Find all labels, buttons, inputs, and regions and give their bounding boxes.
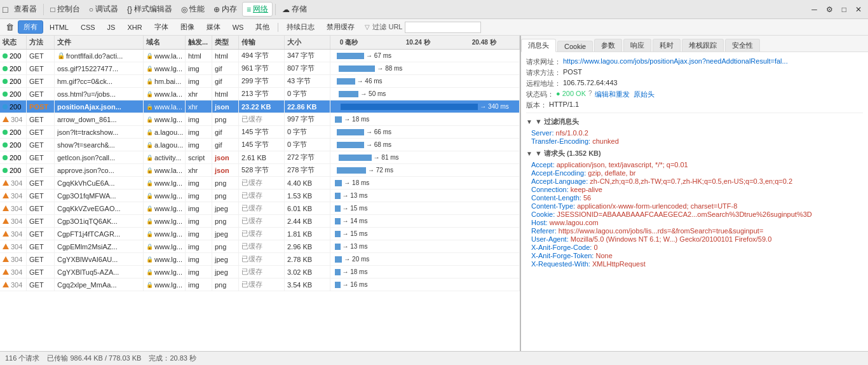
table-row[interactable]: 304GETCgYXBlTuq5-AZA...🔒www.lg...imgjpeg…	[0, 266, 520, 279]
toolbar: □ 查看器 □ 控制台 ○ 调试器 {} 样式编辑器 ◎ 性能 ⊕ 内存 ≡ 网…	[0, 0, 868, 19]
table-row[interactable]: 304GETCgp3O1fqMFWA...🔒www.lg...imgpng已缓存…	[0, 189, 520, 202]
request-url-value[interactable]: https://www.lagou.com/jobs/positionAjax.…	[563, 57, 788, 67]
table-row[interactable]: 200GEToss.html?u=/jobs...🔒www.la...xhrht…	[0, 88, 520, 100]
toolbar-item-style-editor[interactable]: {} 样式编辑器	[123, 3, 176, 16]
col-header-trigger[interactable]: 触发...	[186, 36, 212, 49]
window-settings-button[interactable]: ⚙	[822, 4, 837, 15]
edit-resend-button[interactable]: 编辑和重发	[595, 90, 630, 99]
right-tab-消息头[interactable]: 消息头	[521, 39, 556, 52]
filter-tab-other[interactable]: 其他	[250, 20, 275, 34]
filter-url-funnel-icon: ▽	[365, 24, 370, 31]
toolbar-item-performance[interactable]: ◎ 性能	[177, 3, 208, 16]
waterfall-bar	[337, 129, 364, 135]
timeline-marker-end: 20.48 秒	[472, 38, 496, 47]
cell-size: 1.81 KB	[285, 228, 330, 240]
table-row[interactable]: 200GETjson?lt=trackshow...🔒a.lagou...img…	[0, 126, 520, 139]
cell-status: 200	[0, 88, 27, 100]
waterfall-label: → 72 ms	[368, 167, 393, 174]
col-header-transfer[interactable]: 传输	[239, 36, 285, 49]
table-row[interactable]: 304GETCgpEMlm2MsiAZ...🔒www.lg...imgpng已缓…	[0, 240, 520, 253]
request-method-value: POST	[563, 68, 582, 78]
col-header-size[interactable]: 大小	[285, 36, 330, 49]
window-maximize-button[interactable]: □	[838, 4, 850, 15]
method-text: GET	[29, 141, 44, 149]
status-code-text: 200	[10, 90, 21, 98]
domain-text: www.lg...	[154, 217, 182, 225]
toolbar-item-storage[interactable]: ☁ 存储	[278, 3, 311, 16]
window-minimize-button[interactable]: ─	[808, 4, 821, 15]
cell-type: json	[212, 164, 239, 176]
filter-url-input[interactable]	[405, 22, 481, 33]
toolbar-item-memory[interactable]: ⊕ 内存	[210, 3, 241, 16]
cell-size: 0 字节	[285, 88, 330, 100]
table-row[interactable]: 200POSTpositionAjax.json...🔒www.la...xhr…	[0, 100, 520, 113]
right-tab-耗时[interactable]: 耗时	[653, 39, 681, 52]
col-header-timeline[interactable]: 0 毫秒 10.24 秒 20.48 秒	[330, 36, 520, 49]
request-headers-toggle[interactable]: ▼▼ 请求头 (1.352 KB)	[526, 148, 863, 160]
table-row[interactable]: 200GETapprove.json?co...🔒www.la...xhrjso…	[0, 164, 520, 177]
filter-tab-html[interactable]: HTML	[44, 22, 74, 33]
table-row[interactable]: 304GETarrow_down_861...🔒www.lg...imgpng已…	[0, 113, 520, 126]
table-row[interactable]: 200GET🔒frontflfail.do?acti...🔒www.la...h…	[0, 50, 520, 62]
table-row[interactable]: 304GETCgqKkVZveEGAO...🔒www.lg...imgjpeg已…	[0, 202, 520, 215]
right-tab-安全性[interactable]: 安全性	[725, 39, 760, 52]
cell-waterfall: → 18 ms	[330, 177, 520, 189]
status-dot-icon	[3, 66, 8, 71]
cell-status: 200	[0, 50, 27, 62]
filter-tab-ws[interactable]: WS	[227, 22, 250, 33]
right-tab-Cookie[interactable]: Cookie	[557, 41, 593, 52]
waterfall-bar-container: → 72 ms	[333, 164, 517, 176]
filter-tab-disable-cache[interactable]: 禁用缓存	[321, 20, 360, 34]
response-headers-toggle[interactable]: ▼▼ 过滤消息头	[526, 116, 863, 128]
table-row[interactable]: 200GETgetIcon.json?call...🔒activity...sc…	[0, 151, 520, 164]
filter-tab-js[interactable]: JS	[102, 22, 121, 33]
cell-domain: 🔒www.lg...	[144, 113, 186, 125]
cell-type: html	[212, 88, 239, 100]
status-code-text: 304	[11, 268, 22, 276]
col-header-type[interactable]: 类型	[212, 36, 239, 49]
toolbar-item-inspector[interactable]: 查看器	[10, 3, 41, 16]
cell-method: GET	[27, 202, 55, 214]
table-row[interactable]: 304GETCgq2xlpe_MmAa...🔒www.lg...imgpng已缓…	[0, 279, 520, 291]
filter-tab-image[interactable]: 图像	[175, 20, 200, 34]
table-row[interactable]: 304GETCgYXBlWvAI6AU...🔒www.lg...imgjpeg已…	[0, 253, 520, 266]
table-row[interactable]: 200GEToss.gif?15227477...🔒www.lg...imggi…	[0, 62, 520, 75]
col-header-domain[interactable]: 域名	[144, 36, 186, 49]
cell-transfer: 528 字节	[239, 164, 285, 176]
col-header-method[interactable]: 方法	[27, 36, 55, 49]
file-name-text: CgpFT1j4fTCAGR...	[57, 230, 120, 238]
waterfall-bar	[339, 65, 376, 72]
filter-tab-persist-log[interactable]: 持续日志	[281, 20, 320, 34]
cell-file: positionAjax.json...	[55, 100, 144, 113]
window-close-button[interactable]: ✕	[851, 4, 865, 15]
col-header-status[interactable]: 状态	[0, 36, 27, 49]
status-dot-icon	[3, 130, 8, 135]
col-header-file[interactable]: 文件	[55, 36, 144, 49]
header-val: www.lagou.com	[550, 219, 599, 226]
toolbar-item-console[interactable]: □ 控制台	[46, 3, 83, 16]
file-name-text: CgYXBlWvAI6AU...	[57, 256, 118, 263]
filter-tab-all[interactable]: 所有	[18, 20, 43, 34]
filter-tab-xhr[interactable]: XHR	[121, 22, 147, 33]
right-tab-堆栈跟踪[interactable]: 堆栈跟踪	[682, 39, 724, 52]
cell-waterfall: → 15 ms	[330, 202, 520, 214]
table-row[interactable]: 304GETCgp3O1iqTQ6AK...🔒www.lg...imgpng已缓…	[0, 215, 520, 228]
right-tab-响应[interactable]: 响应	[623, 39, 651, 52]
type-text: jpeg	[215, 230, 228, 238]
filter-tab-font[interactable]: 字体	[149, 20, 174, 34]
cell-size: 1.53 KB	[285, 189, 330, 202]
table-row[interactable]: 304GETCgpFT1j4fTCAGR...🔒www.lg...imgjpeg…	[0, 228, 520, 240]
table-row[interactable]: 200GETshow?t=search&...🔒a.lagou...imggif…	[0, 139, 520, 151]
toolbar-item-debugger[interactable]: ○ 调试器	[85, 3, 122, 16]
raw-headers-button[interactable]: 原始头	[634, 90, 654, 99]
right-tab-参数[interactable]: 参数	[594, 39, 622, 52]
cell-status: 304	[0, 202, 27, 214]
remote-address-value: 106.75.72.64:443	[563, 79, 618, 88]
clear-log-button[interactable]: 🗑	[3, 21, 17, 33]
toolbar-item-network[interactable]: ≡ 网络	[242, 2, 273, 17]
filter-tab-media[interactable]: 媒体	[201, 20, 226, 34]
status-triangle-icon	[3, 244, 9, 249]
filter-tab-css[interactable]: CSS	[75, 22, 101, 33]
table-row[interactable]: 200GEThm.gif?cc=0&ck...🔒hm.bai...imggif2…	[0, 75, 520, 88]
table-row[interactable]: 304GETCgqKkVhCuE6A...🔒www.lg...imgpng已缓存…	[0, 177, 520, 189]
